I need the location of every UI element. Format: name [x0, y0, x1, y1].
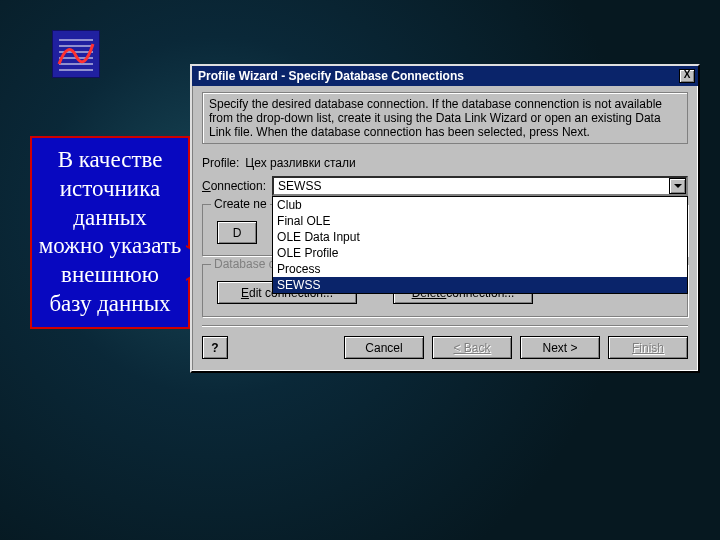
cancel-button[interactable]: Cancel: [344, 336, 424, 359]
next-button[interactable]: Next >: [520, 336, 600, 359]
finish-button: Finish: [608, 336, 688, 359]
close-button[interactable]: X: [679, 69, 695, 83]
window-title: Profile Wizard - Specify Database Connec…: [198, 69, 677, 83]
profile-wizard-window: Profile Wizard - Specify Database Connec…: [190, 64, 700, 373]
connection-label: Connection:: [202, 179, 266, 193]
connection-dropdown: Club Final OLE OLE Data Input OLE Profil…: [272, 196, 688, 294]
wizard-button-row: ? Cancel < Back Next > Finish: [202, 325, 688, 361]
dropdown-option[interactable]: Process: [273, 261, 687, 277]
profile-value: Цех разливки стали: [245, 156, 355, 170]
connection-combobox[interactable]: SEWSS Club Final OLE OLE Data Input OLE …: [272, 176, 688, 196]
annotation-callout: В качестве источника данных можно указат…: [30, 136, 190, 329]
titlebar: Profile Wizard - Specify Database Connec…: [192, 66, 698, 86]
profile-row: Profile: Цех разливки стали: [202, 156, 688, 170]
connection-row: Connection: SEWSS Club Final OLE OLE Dat…: [202, 176, 688, 196]
dropdown-option[interactable]: OLE Data Input: [273, 229, 687, 245]
group-create-legend: Create ne: [214, 197, 267, 211]
chevron-down-icon[interactable]: [669, 178, 686, 194]
dropdown-option[interactable]: OLE Profile: [273, 245, 687, 261]
connection-value: SEWSS: [274, 179, 669, 193]
dropdown-option[interactable]: Final OLE: [273, 213, 687, 229]
app-icon: [52, 30, 100, 78]
close-icon: X: [684, 69, 691, 80]
data-link-wizard-button[interactable]: D: [217, 221, 257, 244]
dropdown-option-selected[interactable]: SEWSS: [273, 277, 687, 293]
help-button[interactable]: ?: [202, 336, 228, 359]
instruction-text: Specify the desired database connection.…: [209, 97, 662, 139]
annotation-text: В качестве источника данных можно указат…: [39, 147, 182, 316]
back-button: < Back: [432, 336, 512, 359]
profile-label: Profile:: [202, 156, 239, 170]
instruction-panel: Specify the desired database connection.…: [202, 92, 688, 144]
dropdown-option[interactable]: Club: [273, 197, 687, 213]
